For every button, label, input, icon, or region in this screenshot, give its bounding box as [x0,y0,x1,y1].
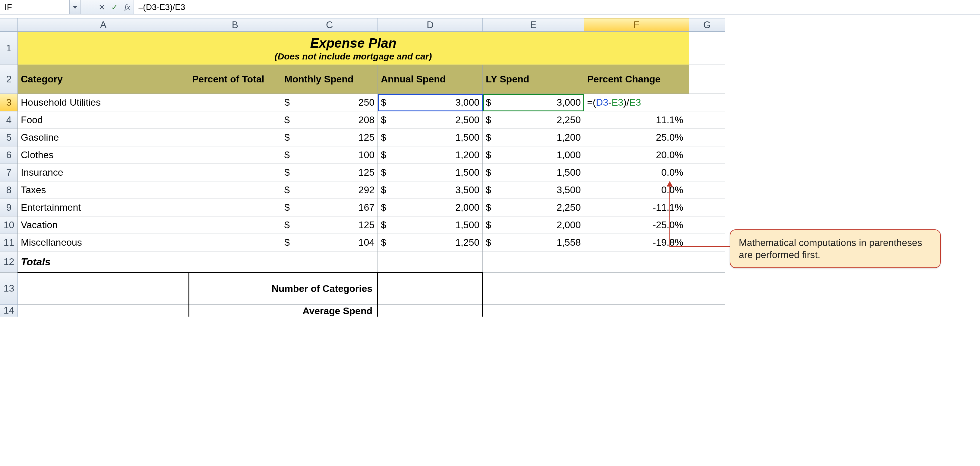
cell-B6[interactable] [189,146,282,164]
cell-C3[interactable]: $250 [282,94,378,112]
col-header-G[interactable]: G [689,18,725,32]
cell-A3[interactable]: Household Utilities [18,94,189,112]
cell-B3[interactable] [189,94,282,112]
cell-C12[interactable] [282,251,378,273]
cell-B9[interactable] [189,199,282,216]
cell-F14[interactable] [584,305,689,317]
cell-F13[interactable] [584,273,689,305]
cell-A13[interactable] [18,273,189,305]
cell-C5[interactable]: $125 [282,129,378,146]
cell-D14[interactable] [378,305,483,317]
cell-C7[interactable]: $125 [282,164,378,181]
cell-E5[interactable]: $1,200 [483,129,584,146]
cell-A14[interactable] [18,305,189,317]
row-header-4[interactable]: 4 [0,112,18,129]
cell-A6[interactable]: Clothes [18,146,189,164]
col-header-F[interactable]: F [584,18,689,32]
cell-B10[interactable] [189,216,282,234]
row-header-3[interactable]: 3 [0,94,18,112]
cell-E10[interactable]: $2,000 [483,216,584,234]
cell-E9[interactable]: $2,250 [483,199,584,216]
cell-A7[interactable]: Insurance [18,164,189,181]
cell-A12-totals[interactable]: Totals [18,251,189,273]
cell-D7[interactable]: $1,500 [378,164,483,181]
name-box-dropdown[interactable] [70,0,81,14]
name-box[interactable]: IF [0,0,70,14]
cell-E12[interactable] [483,251,584,273]
row-header-14[interactable]: 14 [0,305,18,317]
select-all-corner[interactable] [0,18,18,32]
cell-B8[interactable] [189,181,282,199]
cell-E6[interactable]: $1,000 [483,146,584,164]
hdr-category[interactable]: Category [18,65,189,94]
cell-E7[interactable]: $1,500 [483,164,584,181]
col-header-C[interactable]: C [282,18,378,32]
cell-D4[interactable]: $2,500 [378,112,483,129]
row-header-7[interactable]: 7 [0,164,18,181]
row-header-10[interactable]: 10 [0,216,18,234]
cell-D9[interactable]: $2,000 [378,199,483,216]
row-header-6[interactable]: 6 [0,146,18,164]
cell-B11[interactable] [189,234,282,251]
col-header-D[interactable]: D [378,18,483,32]
cell-F8[interactable]: 0.0% [584,181,689,199]
cell-F3-editing[interactable]: =(D3-E3)/E3 [584,94,689,112]
cell-E11[interactable]: $1,558 [483,234,584,251]
cell-F6[interactable]: 20.0% [584,146,689,164]
cell-B5[interactable] [189,129,282,146]
cell-F11[interactable]: -19.8% [584,234,689,251]
cell-C9[interactable]: $167 [282,199,378,216]
cell-F12[interactable] [584,251,689,273]
cell-E8[interactable]: $3,500 [483,181,584,199]
col-header-B[interactable]: B [189,18,282,32]
cell-A9[interactable]: Entertainment [18,199,189,216]
row-header-11[interactable]: 11 [0,234,18,251]
cell-D5[interactable]: $1,500 [378,129,483,146]
cell-D6[interactable]: $1,200 [378,146,483,164]
cell-D13[interactable] [378,273,483,305]
hdr-percent-change[interactable]: Percent Change [584,65,689,94]
row-header-8[interactable]: 8 [0,181,18,199]
row-header-5[interactable]: 5 [0,129,18,146]
cell-A11[interactable]: Miscellaneous [18,234,189,251]
title-cell[interactable]: Expense Plan (Does not include mortgage … [18,32,689,65]
cell-D3[interactable]: $3,000 [378,94,483,112]
cell-B4[interactable] [189,112,282,129]
hdr-percent-total[interactable]: Percent of Total [189,65,282,94]
cell-E14[interactable] [483,305,584,317]
col-header-E[interactable]: E [483,18,584,32]
row-header-2[interactable]: 2 [0,65,18,94]
row-header-1[interactable]: 1 [0,32,18,65]
row-header-9[interactable]: 9 [0,199,18,216]
cell-E13[interactable] [483,273,584,305]
cell-C6[interactable]: $100 [282,146,378,164]
cell-A4[interactable]: Food [18,112,189,129]
cell-F9[interactable]: -11.1% [584,199,689,216]
col-header-A[interactable]: A [18,18,189,32]
cell-A10[interactable]: Vacation [18,216,189,234]
hdr-annual-spend[interactable]: Annual Spend [378,65,483,94]
row-header-13[interactable]: 13 [0,273,18,305]
cell-D10[interactable]: $1,500 [378,216,483,234]
cell-A5[interactable]: Gasoline [18,129,189,146]
hdr-ly-spend[interactable]: LY Spend [483,65,584,94]
row-header-12[interactable]: 12 [0,251,18,273]
cell-A8[interactable]: Taxes [18,181,189,199]
cell-B12[interactable] [189,251,282,273]
hdr-monthly-spend[interactable]: Monthly Spend [282,65,378,94]
accept-icon[interactable]: ✓ [108,0,121,14]
cell-C10[interactable]: $125 [282,216,378,234]
cell-B7[interactable] [189,164,282,181]
cell-F5[interactable]: 25.0% [584,129,689,146]
cell-D12[interactable] [378,251,483,273]
cell-C8[interactable]: $292 [282,181,378,199]
cell-D11[interactable]: $1,250 [378,234,483,251]
cancel-icon[interactable]: ✕ [95,0,108,14]
fx-icon[interactable]: fx [121,0,134,14]
cell-F7[interactable]: 0.0% [584,164,689,181]
spreadsheet-grid[interactable]: A B C D E F G 1 Expense Plan (Does not i… [0,18,725,317]
cell-C4[interactable]: $208 [282,112,378,129]
cell-BC13-number-categories[interactable]: Number of Categories [189,273,378,305]
cell-F4[interactable]: 11.1% [584,112,689,129]
cell-BC14-average-spend[interactable]: Average Spend [189,305,378,317]
